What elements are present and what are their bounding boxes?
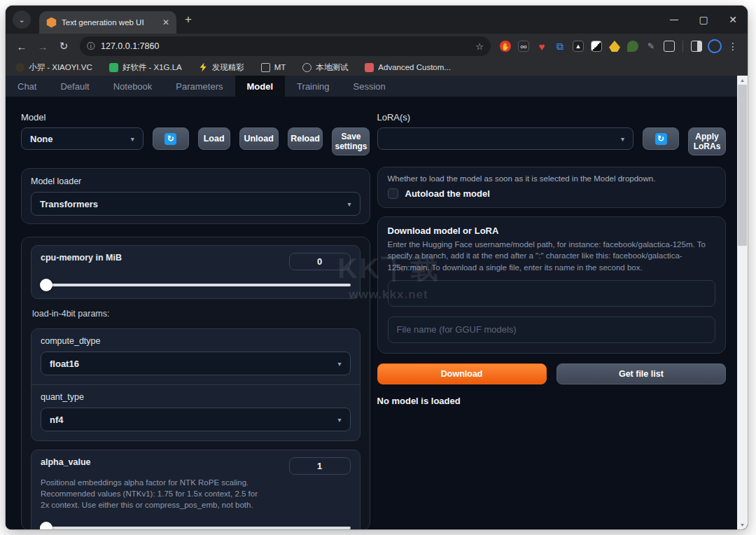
chevron-down-icon: ▾	[337, 416, 341, 424]
model-loader-panel: Model loader Transformers ▾	[21, 168, 370, 224]
tab-parameters[interactable]: Parameters	[164, 76, 234, 97]
extension-robot-icon[interactable]: oo	[516, 38, 531, 55]
model-loader-dropdown[interactable]: Transformers ▾	[31, 192, 360, 216]
model-path-input[interactable]	[388, 280, 716, 307]
apply-loras-button[interactable]: Apply LoRAs	[688, 127, 726, 155]
page-scrollbar[interactable]: ▲ ▼	[737, 76, 748, 529]
chevron-down-icon: ▾	[131, 135, 134, 143]
site-info-icon[interactable]: ⓘ	[87, 41, 95, 53]
extension-contrast-icon[interactable]	[589, 38, 604, 55]
download-title: Download model or LoRA	[388, 225, 716, 236]
scrollbar-thumb[interactable]	[738, 85, 747, 246]
forward-button[interactable]: →	[34, 41, 52, 53]
loader-options-panel: cpu-memory in MiB load-in-4bit params: c…	[21, 237, 370, 529]
tab-session[interactable]: Session	[342, 76, 398, 97]
new-tab-button[interactable]: +	[185, 13, 192, 27]
side-panel-icon[interactable]	[689, 38, 704, 55]
cpu-memory-block: cpu-memory in MiB	[31, 245, 360, 299]
bookmark-item[interactable]: 好软件 - X1G.LA	[109, 62, 182, 73]
load-button[interactable]: Load	[198, 127, 230, 150]
refresh-models-button[interactable]: ↻	[153, 127, 189, 150]
cpu-memory-slider[interactable]	[41, 279, 351, 291]
address-bar[interactable]: ⓘ 127.0.0.1:7860 ☆	[80, 36, 491, 56]
model-status-text: No model is loaded	[377, 396, 727, 406]
download-button[interactable]: Download	[377, 363, 547, 384]
bookmark-star-icon[interactable]: ☆	[475, 41, 484, 52]
bookmark-item[interactable]: 本地测试	[302, 62, 348, 73]
extension-fox-icon[interactable]	[607, 38, 622, 55]
refresh-loras-button[interactable]: ↻	[643, 127, 679, 150]
quant-type-label: quant_type	[41, 392, 351, 402]
extension-adguard-icon[interactable]: ✋	[498, 38, 513, 55]
alpha-value-slider[interactable]	[41, 522, 351, 529]
url-text[interactable]: 127.0.0.1:7860	[101, 41, 470, 51]
bookmark-item[interactable]: Advanced Custom...	[365, 63, 451, 72]
tab-notebook[interactable]: Notebook	[102, 76, 164, 97]
quant-type-dropdown[interactable]: nf4 ▾	[41, 408, 351, 431]
bookmark-avatar-icon	[15, 63, 24, 72]
tab-chat[interactable]: Chat	[6, 76, 48, 97]
extension-heart-icon[interactable]: ♥	[534, 38, 550, 55]
back-button[interactable]: ←	[13, 41, 31, 53]
bookmarks-bar: 小羿 - XIAOYI.VC 好软件 - X1G.LA 发现精彩 MT 本地测试…	[6, 59, 748, 76]
bookmark-folder[interactable]: MT	[261, 63, 286, 72]
tab-title: Text generation web UI	[62, 18, 156, 27]
browser-menu-icon[interactable]: ⋮	[725, 38, 741, 55]
browser-toolbar: ← → ↻ ⓘ 127.0.0.1:7860 ☆ ✋ oo ♥ ⧉ ▲ ✎ ⋮	[6, 34, 748, 59]
bookmark-item[interactable]: 发现精彩	[199, 62, 244, 73]
cpu-memory-input[interactable]	[289, 253, 351, 270]
extension-layers-icon[interactable]: ⧉	[552, 38, 568, 55]
bookmark-spark-icon	[199, 63, 208, 72]
alpha-value-block: alpha_value Positional embeddings alpha …	[31, 450, 360, 529]
browser-titlebar: ⌄ Text generation web UI ✕ + — ▢ ✕	[6, 6, 748, 34]
cpu-memory-label: cpu-memory in MiB	[41, 253, 122, 263]
tab-default[interactable]: Default	[48, 76, 101, 97]
scroll-up-icon[interactable]: ▲	[737, 76, 748, 85]
autoload-checkbox[interactable]	[388, 188, 398, 199]
tab-model[interactable]: Model	[235, 76, 286, 97]
webui-favicon-icon	[46, 18, 57, 28]
4bit-params-block: compute_dtype float16 ▾ quant_type nf4	[31, 328, 360, 441]
model-column: Model None ▾ ↻ Load Unload Reload Save s…	[21, 112, 370, 529]
folder-icon	[261, 63, 270, 72]
load-in-4bit-heading: load-in-4bit params:	[32, 309, 359, 319]
reload-button[interactable]: ↻	[55, 40, 73, 53]
bookmark-green-icon	[109, 63, 118, 72]
get-file-list-button[interactable]: Get file list	[556, 363, 726, 384]
extension-plant-icon[interactable]	[625, 38, 640, 55]
close-button[interactable]: ✕	[718, 6, 748, 34]
lora-dropdown[interactable]: ▾	[377, 127, 634, 150]
globe-icon	[302, 63, 312, 72]
save-settings-button[interactable]: Save settings	[332, 127, 370, 155]
tab-search-button[interactable]: ⌄	[13, 11, 31, 29]
chevron-down-icon: ⌄	[18, 15, 24, 25]
toolbar-divider	[682, 41, 683, 52]
reload-button-webui[interactable]: Reload	[288, 127, 323, 150]
page-content: Chat Default Notebook Parameters Model T…	[6, 76, 748, 529]
lora-column: LoRA(s) ▾ ↻ Apply LoRAs Whether to load …	[377, 112, 727, 529]
slider-thumb[interactable]	[40, 522, 52, 529]
chevron-down-icon: ▾	[337, 360, 341, 368]
browser-tab[interactable]: Text generation web UI ✕	[39, 11, 176, 34]
extension-dropper-icon[interactable]: ✎	[643, 38, 659, 55]
slider-thumb[interactable]	[40, 279, 52, 291]
autoload-checkbox-label: Autoload the model	[405, 188, 490, 199]
download-panel: Download model or LoRA Enter the Hugging…	[377, 216, 727, 354]
maximize-button[interactable]: ▢	[689, 6, 718, 34]
compute-dtype-dropdown[interactable]: float16 ▾	[41, 352, 351, 375]
extension-a-square-icon[interactable]: ▲	[570, 38, 586, 55]
tab-training[interactable]: Training	[285, 76, 341, 97]
model-dropdown[interactable]: None ▾	[21, 127, 144, 150]
tab-close-icon[interactable]: ✕	[161, 18, 171, 27]
bookmark-item[interactable]: 小羿 - XIAOYI.VC	[15, 62, 92, 73]
unload-button[interactable]: Unload	[239, 127, 279, 150]
profile-avatar[interactable]	[707, 38, 722, 55]
extensions-puzzle-icon[interactable]	[662, 38, 677, 55]
minimize-button[interactable]: —	[659, 6, 689, 34]
bookmark-red-icon	[365, 63, 374, 72]
scroll-down-icon[interactable]: ▼	[737, 520, 748, 529]
alpha-value-label: alpha_value	[41, 457, 91, 467]
alpha-value-input[interactable]	[289, 457, 351, 475]
alpha-value-description: Positional embeddings alpha factor for N…	[41, 477, 267, 510]
file-name-input[interactable]	[388, 317, 716, 343]
